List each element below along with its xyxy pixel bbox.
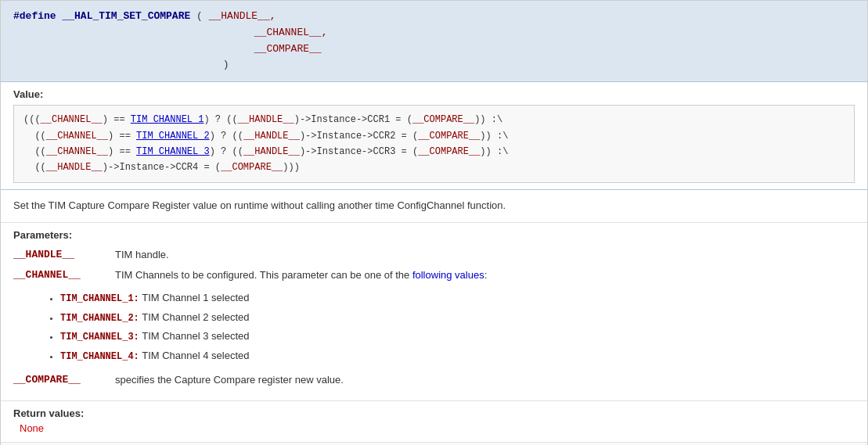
- value-section: Value: (((__CHANNEL__) == TIM_CHANNEL_1)…: [1, 82, 867, 190]
- param-channel-desc: TIM Channels to be configured. This para…: [115, 267, 855, 284]
- ch1-desc: TIM Channel 1 selected: [139, 292, 250, 303]
- param-compare-row: __COMPARE__ specifies the Capture Compar…: [13, 372, 855, 389]
- define-line1: #define __HAL_TIM_SET_COMPARE ( __HANDLE…: [13, 9, 855, 25]
- ch1-label: TIM_CHANNEL_1:: [60, 293, 139, 304]
- code-line4: ((__HANDLE__)->Instance->CCR4 = (__COMPA…: [23, 160, 845, 175]
- ch4-label: TIM_CHANNEL_4:: [60, 351, 139, 362]
- params-title: Parameters:: [13, 229, 855, 241]
- param2: __CHANNEL__,: [254, 27, 328, 38]
- define-line4: ): [13, 57, 855, 74]
- macro-name: __HAL_TIM_SET_COMPARE: [62, 10, 190, 22]
- params-section: Parameters: __HANDLE__ TIM handle. __CHA…: [1, 223, 867, 401]
- code-line1: (((__CHANNEL__) == TIM_CHANNEL_1) ? ((__…: [23, 112, 845, 127]
- ch3-desc: TIM Channel 3 selected: [139, 330, 250, 342]
- return-title: Return values:: [13, 407, 855, 419]
- main-container: #define __HAL_TIM_SET_COMPARE ( __HANDLE…: [0, 0, 868, 445]
- paren-open: (: [196, 10, 209, 22]
- value-label: Value:: [13, 88, 855, 100]
- definition-section: Definition at line 1387 of file stm32f1x…: [1, 442, 867, 445]
- channel-values-list: TIM_CHANNEL_1: TIM Channel 1 selected TI…: [60, 289, 855, 365]
- define-line2: __CHANNEL__,: [13, 25, 855, 41]
- param1: __HANDLE__,: [209, 10, 276, 22]
- param3: __COMPARE__: [254, 43, 322, 55]
- code-line2: ((__CHANNEL__) == TIM_CHANNEL_2) ? ((__H…: [23, 128, 845, 144]
- return-value: None: [20, 422, 855, 434]
- define-header: #define __HAL_TIM_SET_COMPARE ( __HANDLE…: [1, 1, 867, 82]
- ch4-desc: TIM Channel 4 selected: [139, 350, 250, 361]
- code-block: (((__CHANNEL__) == TIM_CHANNEL_1) ? ((__…: [13, 105, 855, 183]
- list-item: TIM_CHANNEL_4: TIM Channel 4 selected: [60, 346, 855, 366]
- list-item: TIM_CHANNEL_1: TIM Channel 1 selected: [60, 289, 855, 308]
- code-line3: ((__CHANNEL__) == TIM_CHANNEL_3) ? ((__H…: [23, 144, 845, 160]
- define-line3: __COMPARE__: [13, 41, 855, 58]
- param-channel-name: __CHANNEL__: [13, 267, 115, 284]
- ch3-label: TIM_CHANNEL_3:: [60, 332, 139, 343]
- param-handle-desc: TIM handle.: [115, 247, 855, 264]
- param-compare-name: __COMPARE__: [13, 372, 115, 389]
- paren-close: ): [223, 59, 229, 70]
- keyword-define: #define: [13, 10, 56, 22]
- return-section: Return values: None: [1, 400, 867, 442]
- param-channel-row: __CHANNEL__ TIM Channels to be configure…: [13, 267, 855, 284]
- channel-desc-text: TIM Channels to be configured. This para…: [115, 269, 409, 281]
- ch2-label: TIM_CHANNEL_2:: [60, 313, 139, 324]
- following-values-link[interactable]: following values: [412, 269, 484, 281]
- param-compare-desc: specifies the Capture Compare register n…: [115, 372, 855, 389]
- list-item: TIM_CHANNEL_2: TIM Channel 2 selected: [60, 308, 855, 328]
- list-item: TIM_CHANNEL_3: TIM Channel 3 selected: [60, 327, 855, 346]
- ch2-desc: TIM Channel 2 selected: [139, 311, 250, 323]
- param-handle-name: __HANDLE__: [13, 247, 115, 264]
- param-handle-row: __HANDLE__ TIM handle.: [13, 247, 855, 264]
- description-text: Set the TIM Capture Compare Register val…: [13, 199, 506, 211]
- description-section: Set the TIM Capture Compare Register val…: [1, 190, 867, 223]
